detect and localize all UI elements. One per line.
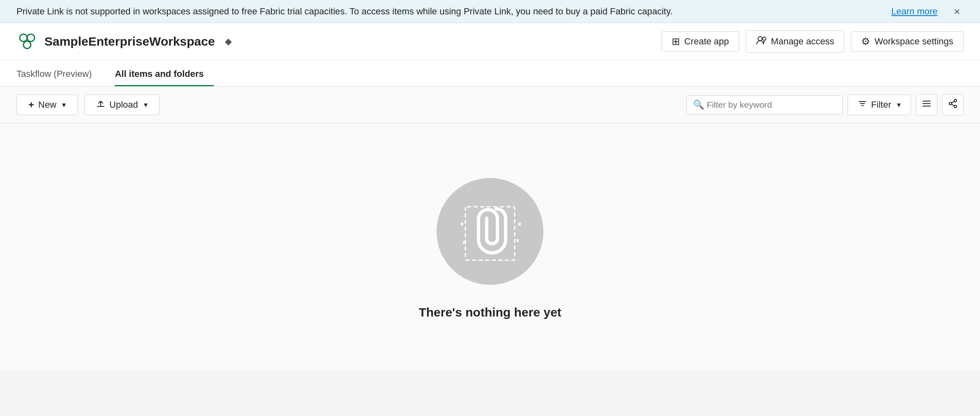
svg-point-3 (758, 37, 762, 41)
create-app-label: Create app (684, 36, 729, 47)
new-button[interactable]: + New ▾ (16, 95, 78, 115)
upload-icon (96, 99, 105, 111)
upload-button-label: Upload (109, 99, 138, 110)
svg-point-13 (954, 105, 957, 108)
svg-point-12 (949, 102, 952, 105)
learn-more-link[interactable]: Learn more (891, 6, 938, 17)
plus-icon: + (28, 99, 34, 111)
workspace-settings-button[interactable]: ⚙ Workspace settings (851, 31, 964, 52)
create-app-button[interactable]: ⊞ Create app (661, 31, 739, 52)
toolbar-right: 🔍 Filter ▾ (686, 94, 964, 116)
private-link-banner: Private Link is not supported in workspa… (0, 0, 980, 23)
svg-point-4 (763, 37, 766, 40)
filter-lines-icon (858, 99, 867, 111)
empty-state-illustration (432, 174, 548, 289)
manage-access-icon (756, 35, 767, 48)
workspace-header: SampleEnterpriseWorkspace ◆ ⊞ Create app… (0, 23, 980, 60)
banner-message: Private Link is not supported in workspa… (16, 6, 891, 17)
tab-all-items[interactable]: All items and folders (115, 69, 213, 86)
empty-state-title: There's nothing here yet (418, 305, 561, 319)
workspace-title: SampleEnterpriseWorkspace (44, 35, 215, 49)
workspace-settings-icon: ⚙ (861, 36, 870, 47)
svg-line-15 (952, 104, 955, 106)
filter-input-wrapper: 🔍 (686, 95, 843, 114)
view-toggle-button[interactable] (916, 94, 937, 116)
filter-button-label: Filter (871, 99, 891, 110)
upload-chevron-icon: ▾ (144, 100, 148, 109)
svg-point-0 (20, 34, 27, 42)
tab-taskflow[interactable]: Taskflow (Preview) (16, 69, 102, 86)
svg-point-1 (27, 34, 35, 42)
workspace-settings-label: Workspace settings (874, 36, 953, 47)
filter-button[interactable]: Filter ▾ (848, 95, 911, 115)
upload-button[interactable]: Upload ▾ (84, 95, 159, 115)
header-left: SampleEnterpriseWorkspace ◆ (16, 31, 232, 52)
header-right: ⊞ Create app Manage access ⚙ Workspace s… (661, 30, 964, 53)
filter-keyword-input[interactable] (686, 95, 843, 114)
view-toggle-icon (922, 99, 931, 111)
filter-chevron-icon: ▾ (897, 100, 901, 109)
toolbar-left: + New ▾ Upload ▾ (16, 95, 159, 115)
workspace-icon (16, 31, 38, 52)
premium-badge-icon: ◆ (225, 36, 232, 47)
manage-access-label: Manage access (771, 36, 834, 47)
create-app-icon: ⊞ (672, 36, 680, 47)
main-content: There's nothing here yet (0, 123, 980, 370)
tab-bar: Taskflow (Preview) All items and folders (0, 60, 980, 86)
svg-point-2 (23, 41, 31, 49)
svg-point-11 (954, 99, 957, 102)
new-button-label: New (38, 99, 56, 110)
new-chevron-icon: ▾ (62, 100, 66, 109)
share-settings-button[interactable] (942, 94, 964, 116)
svg-point-16 (437, 178, 543, 285)
manage-access-button[interactable]: Manage access (746, 30, 844, 53)
banner-close-button[interactable]: × (951, 5, 964, 18)
share-settings-icon (948, 99, 958, 111)
content-toolbar: + New ▾ Upload ▾ 🔍 (0, 86, 980, 123)
svg-line-14 (952, 101, 955, 103)
